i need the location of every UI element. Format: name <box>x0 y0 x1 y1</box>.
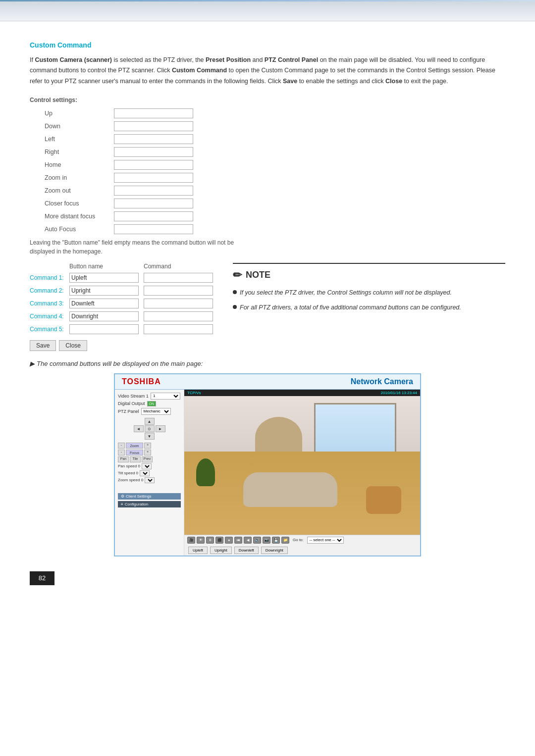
command-row-3: Command 3: <box>30 299 213 308</box>
zoom-plus-button[interactable]: + <box>144 443 151 449</box>
note-title: ✏ NOTE <box>233 269 505 282</box>
command-btn-name-5[interactable] <box>69 324 139 334</box>
bottom-icon-2[interactable]: 👁 <box>197 537 205 544</box>
save-close-row: Save Close <box>30 340 213 351</box>
cmd-button-upright[interactable]: Upright <box>210 547 232 554</box>
bottom-icon-3[interactable]: ⏸ <box>206 537 214 544</box>
sidebar-bottom: ⚙ Client Settings ≡ Configuration <box>118 493 181 507</box>
control-rows: Up Down Left Right Home Zoom in Zoom out <box>30 108 505 234</box>
section-title: Custom Command <box>30 41 505 49</box>
control-input-down[interactable] <box>114 121 193 131</box>
page-number: 82 <box>39 574 46 582</box>
bottom-icon-6[interactable]: ⏮ <box>234 537 242 544</box>
control-row-distantfocus: More distant focus <box>45 211 505 221</box>
room-chair <box>366 486 401 514</box>
command-row-5: Command 5: <box>30 324 213 334</box>
pan-button[interactable]: Pan <box>118 456 129 462</box>
zoom-speed-row: Zoom speed 0 0 <box>118 477 181 483</box>
bottom-icon-8[interactable]: 🔊 <box>253 537 261 544</box>
ptz-down-button[interactable]: ▼ <box>145 433 155 440</box>
room-plant <box>196 458 215 486</box>
focus-minus-button[interactable]: - <box>118 450 125 455</box>
bottom-icon-9[interactable]: 📷 <box>263 537 270 544</box>
command-buttons-row: Upleft Upright Downleft Downright <box>187 547 417 554</box>
ptz-row-down: ▼ <box>118 433 181 440</box>
command-cmd-5[interactable] <box>144 324 213 334</box>
command-label-5: Command 5: <box>30 326 69 333</box>
config-label: Configuration <box>125 502 149 506</box>
tilt-speed-row: Tilt speed 0 0 <box>118 470 181 476</box>
control-label-home: Home <box>45 161 114 168</box>
control-input-zoomin[interactable] <box>114 173 193 183</box>
pan-speed-label: Pan speed 0 <box>118 464 140 468</box>
command-btn-name-1[interactable] <box>69 273 139 283</box>
zoom-speed-select[interactable]: 0 <box>145 477 155 483</box>
arrow-note: The command buttons will be displayed on… <box>30 360 505 367</box>
tilt-speed-select[interactable]: 0 <box>140 470 150 476</box>
control-label-right: Right <box>45 149 114 155</box>
bottom-icon-10[interactable]: 💾 <box>272 537 280 544</box>
client-settings-button[interactable]: ⚙ Client Settings <box>118 493 181 500</box>
client-settings-label: Client Settings <box>126 494 152 499</box>
cmd-button-upleft[interactable]: Upleft <box>188 547 208 554</box>
close-button[interactable]: Close <box>59 340 87 351</box>
focus-plus-button[interactable]: + <box>144 450 151 455</box>
bottom-icon-7[interactable]: ◀ <box>244 537 252 544</box>
cmd-button-downleft[interactable]: Downleft <box>234 547 259 554</box>
prev-button[interactable]: Prev <box>142 456 153 462</box>
command-btn-name-3[interactable] <box>69 299 139 308</box>
sidebar-video-stream-select[interactable]: 1 <box>151 393 180 400</box>
control-input-closerfocus[interactable] <box>114 199 193 208</box>
ptz-row-up: ▲ <box>118 418 181 425</box>
zoom-minus-button[interactable]: - <box>118 443 125 449</box>
control-input-autofocus[interactable] <box>114 224 193 234</box>
command-cmd-3[interactable] <box>144 299 213 308</box>
control-row-right: Right <box>45 147 505 157</box>
leaving-note: Leaving the "Button name" field empty me… <box>30 238 243 256</box>
page-content: Custom Command If Custom Camera (scanner… <box>0 21 535 605</box>
camera-topbar: TCP/Vs 2010/01/16 13:23:44 <box>184 390 420 396</box>
configuration-button[interactable]: ≡ Configuration <box>118 501 181 507</box>
control-input-zoomout[interactable] <box>114 186 193 196</box>
camera-mockup: TOSHIBA Network Camera Video Stream 1 1 … <box>114 373 421 556</box>
tile-button[interactable]: Tile <box>130 456 141 462</box>
control-label-zoomout: Zoom out <box>45 187 114 194</box>
control-input-distantfocus[interactable] <box>114 211 193 221</box>
command-btn-name-4[interactable] <box>69 311 139 321</box>
bottom-icon-4[interactable]: ⬛ <box>215 537 223 544</box>
control-row-closerfocus: Closer focus <box>45 199 505 208</box>
command-cmd-1[interactable] <box>144 273 213 283</box>
ptz-up-button[interactable]: ▲ <box>145 418 155 425</box>
ptz-right-button[interactable]: ► <box>156 425 165 432</box>
command-cmd-4[interactable] <box>144 311 213 321</box>
goto-label: Go to: <box>293 538 304 542</box>
ptz-left-button[interactable]: ◄ <box>134 425 144 432</box>
control-label-zoomin: Zoom in <box>45 174 114 181</box>
goto-select[interactable]: -- select one -- <box>307 537 344 544</box>
control-input-left[interactable] <box>114 134 193 144</box>
command-cmd-2[interactable] <box>144 286 213 296</box>
camera-header: TOSHIBA Network Camera <box>115 374 420 390</box>
save-button[interactable]: Save <box>30 340 56 351</box>
command-btn-name-2[interactable] <box>69 286 139 296</box>
room-window <box>314 403 397 455</box>
cmd-button-downright[interactable]: Downright <box>261 547 288 554</box>
command-row-2: Command 2: <box>30 286 213 296</box>
pan-speed-select[interactable]: 0 <box>142 463 152 469</box>
commands-header-button-name: Button name <box>69 263 139 270</box>
sidebar-digital-badge[interactable]: ON <box>147 401 157 406</box>
bottom-icon-11[interactable]: 📁 <box>281 537 289 544</box>
bottom-icon-1[interactable]: 🎥 <box>187 537 195 544</box>
control-row-down: Down <box>45 121 505 131</box>
sidebar-ptz-label: PTZ Panel <box>118 409 139 414</box>
zoom-speed-label: Zoom speed 0 <box>118 478 143 482</box>
sidebar-ptz-panel-row: PTZ Panel Mechanic <box>118 408 181 415</box>
control-input-up[interactable] <box>114 108 193 118</box>
ptz-home-button[interactable]: ⊙ <box>145 425 155 432</box>
sidebar-mechanic-select[interactable]: Mechanic <box>141 408 171 415</box>
tilt-speed-label: Tilt speed 0 <box>118 471 138 475</box>
control-input-home[interactable] <box>114 160 193 170</box>
control-input-right[interactable] <box>114 147 193 157</box>
sidebar-video-stream-row: Video Stream 1 1 <box>118 393 181 400</box>
bottom-icon-5[interactable]: ● <box>225 537 233 544</box>
